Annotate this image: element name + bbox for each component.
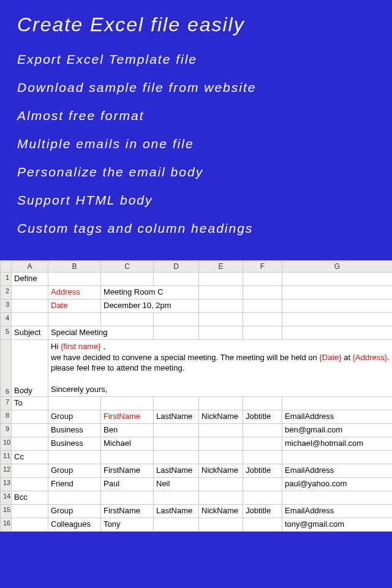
row-header: 4	[1, 313, 12, 326]
row: 11 Cc	[1, 450, 393, 464]
cell: Group	[48, 410, 101, 423]
row-header: 12	[1, 464, 12, 477]
cell: Paul	[101, 477, 154, 491]
body-text: at	[342, 353, 353, 362]
row-header: 7	[1, 396, 12, 410]
row: 8 Group FirstName LastName NickName Jobt…	[1, 410, 393, 423]
cell	[282, 300, 393, 313]
cell: Body	[12, 340, 48, 397]
body-text: Hi	[51, 342, 61, 351]
row-header: 16	[1, 518, 12, 531]
cell	[48, 491, 101, 504]
col-header: A	[12, 261, 48, 273]
cell	[199, 477, 243, 491]
cell: FirstName	[101, 464, 154, 477]
cell	[12, 286, 48, 300]
row: 5 Subject Special Meeting	[1, 326, 393, 340]
cell	[101, 396, 154, 410]
cell: Date	[48, 300, 101, 313]
cell	[101, 313, 154, 326]
row-header: 11	[1, 450, 12, 464]
cell: Group	[48, 504, 101, 518]
cell	[12, 313, 48, 326]
cell: Business	[48, 437, 101, 450]
cell	[154, 313, 199, 326]
cell	[12, 300, 48, 313]
cell	[12, 423, 48, 437]
cell	[282, 273, 393, 286]
row-header: 10	[1, 437, 12, 450]
cell	[12, 477, 48, 491]
col-header: G	[282, 261, 393, 273]
cell: Group	[48, 464, 101, 477]
feature-item: Download sample file from website	[17, 80, 375, 95]
body-text: please feel free to attend the meeting.	[51, 363, 390, 374]
email-body-cell: Hi {first name} , we have decided to con…	[48, 340, 393, 397]
cell: Subject	[12, 326, 48, 340]
row: 7 To	[1, 396, 393, 410]
row: 2 Address Meeting Room C	[1, 286, 393, 300]
cell: LastName	[154, 504, 199, 518]
cell	[243, 273, 282, 286]
cell	[12, 437, 48, 450]
cell	[199, 437, 243, 450]
row-header: 9	[1, 423, 12, 437]
cell	[12, 518, 48, 531]
row-header: 5	[1, 326, 12, 340]
feature-item: Custom tags and column headings	[17, 221, 375, 236]
cell: December 10, 2pm	[101, 300, 199, 313]
row: 13 Friend Paul Neil paul@yahoo.com	[1, 477, 393, 491]
row: 14 Bcc	[1, 491, 393, 504]
cell	[154, 491, 199, 504]
row: 9 Business Ben ben@gmail.com	[1, 423, 393, 437]
row-header: 13	[1, 477, 12, 491]
body-tag: {Address}	[353, 353, 387, 362]
cell	[282, 313, 393, 326]
row: 16 Colleagues Tony tony@gmail.com	[1, 518, 393, 531]
cell	[154, 326, 199, 340]
cell	[282, 450, 393, 464]
cell: tony@gmail.com	[282, 518, 393, 531]
cell: Ben	[101, 423, 154, 437]
row: 10 Business Michael michael@hotmail.com	[1, 437, 393, 450]
cell	[154, 450, 199, 464]
cell: EmailAddress	[282, 504, 393, 518]
cell	[199, 273, 243, 286]
cell: FirstName	[101, 410, 154, 423]
cell	[282, 491, 393, 504]
cell: paul@yahoo.com	[282, 477, 393, 491]
cell: Define	[12, 273, 48, 286]
cell: Address	[48, 286, 101, 300]
cell	[243, 491, 282, 504]
cell: Special Meeting	[48, 326, 154, 340]
cell	[243, 313, 282, 326]
col-header: D	[154, 261, 199, 273]
col-header: B	[48, 261, 101, 273]
feature-item: Support HTML body	[17, 193, 375, 208]
row-header: 14	[1, 491, 12, 504]
cell: Business	[48, 423, 101, 437]
body-text: .	[387, 353, 390, 362]
col-header: C	[101, 261, 154, 273]
cell	[243, 477, 282, 491]
row: 4	[1, 313, 393, 326]
spreadsheet: A B C D E F G 1 Define 2 Address Meeting…	[0, 260, 392, 532]
cell	[199, 450, 243, 464]
body-text: we have decided to convene a special mee…	[51, 353, 319, 362]
cell	[199, 423, 243, 437]
row-header: 2	[1, 286, 12, 300]
cell	[199, 313, 243, 326]
cell	[48, 273, 101, 286]
cell: Friend	[48, 477, 101, 491]
cell	[101, 273, 154, 286]
hero-panel: Create Excel file easily Export Excel Te…	[0, 0, 392, 260]
row-header: 8	[1, 410, 12, 423]
cell: LastName	[154, 464, 199, 477]
cell: EmailAddress	[282, 410, 393, 423]
cell	[243, 450, 282, 464]
cell	[12, 504, 48, 518]
body-tag: {first name}	[61, 342, 101, 351]
cell: Michael	[101, 437, 154, 450]
cell: Tony	[101, 518, 154, 531]
cell: Jobtitle	[243, 410, 282, 423]
